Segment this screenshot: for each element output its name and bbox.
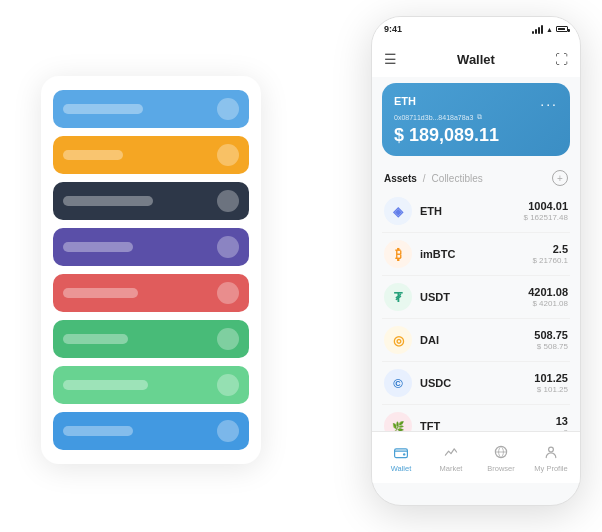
nav-browser-label: Browser <box>487 464 515 473</box>
add-asset-button[interactable]: + <box>552 170 568 186</box>
nav-browser[interactable]: Browser <box>476 442 526 473</box>
list-item[interactable] <box>53 228 249 266</box>
asset-imbtc[interactable]: ₿ imBTC 2.5 $ 21760.1 <box>382 233 570 276</box>
tft-balance: 13 <box>556 415 568 427</box>
list-item[interactable] <box>53 274 249 312</box>
phone-header: ☰ Wallet ⛶ <box>372 41 580 77</box>
tft-name: TFT <box>420 420 440 431</box>
usdt-balance: 4201.08 <box>528 286 568 298</box>
asset-tft[interactable]: 🌿 TFT 13 0 <box>382 405 570 431</box>
asset-list: ◈ ETH 1004.01 $ 162517.48 ₿ imBTC 2.5 <box>372 190 580 431</box>
asset-usdc[interactable]: © USDC 101.25 $ 101.25 <box>382 362 570 405</box>
list-item[interactable] <box>53 90 249 128</box>
nav-profile[interactable]: My Profile <box>526 442 576 473</box>
imbtc-name: imBTC <box>420 248 455 260</box>
list-item[interactable] <box>53 182 249 220</box>
eth-usd: $ 162517.48 <box>524 213 569 222</box>
svg-point-1 <box>403 453 405 455</box>
eth-amount: $ 189,089.11 <box>394 125 558 146</box>
eth-card-label: ETH <box>394 95 416 107</box>
usdt-usd: $ 4201.08 <box>528 299 568 308</box>
eth-icon: ◈ <box>384 197 412 225</box>
svg-rect-0 <box>395 449 408 458</box>
nav-market[interactable]: Market <box>426 442 476 473</box>
page-title: Wallet <box>457 52 495 67</box>
eth-name: ETH <box>420 205 442 217</box>
nav-wallet-label: Wallet <box>391 464 412 473</box>
signal-icon <box>532 25 543 34</box>
usdt-name: USDT <box>420 291 450 303</box>
nav-wallet[interactable]: Wallet <box>376 442 426 473</box>
status-icons: ▲ <box>532 25 568 34</box>
eth-card-menu[interactable]: ... <box>540 93 558 109</box>
imbtc-usd: $ 21760.1 <box>532 256 568 265</box>
status-time: 9:41 <box>384 24 402 34</box>
copy-icon[interactable]: ⧉ <box>477 113 482 121</box>
dai-icon: ◎ <box>384 326 412 354</box>
usdc-name: USDC <box>420 377 451 389</box>
main-scene: 9:41 ▲ ☰ Wallet ⛶ <box>21 16 581 516</box>
list-item[interactable] <box>53 366 249 404</box>
tab-assets[interactable]: Assets <box>384 173 417 184</box>
phone-frame: 9:41 ▲ ☰ Wallet ⛶ <box>371 16 581 506</box>
dai-usd: $ 508.75 <box>534 342 568 351</box>
dai-name: DAI <box>420 334 439 346</box>
asset-dai[interactable]: ◎ DAI 508.75 $ 508.75 <box>382 319 570 362</box>
usdc-balance: 101.25 <box>534 372 568 384</box>
bottom-nav: Wallet Market <box>372 431 580 483</box>
eth-card[interactable]: ETH ... 0x08711d3b...8418a78a3 ⧉ $ 189,0… <box>382 83 570 156</box>
wifi-icon: ▲ <box>546 26 553 33</box>
asset-usdt[interactable]: ₮ USDT 4201.08 $ 4201.08 <box>382 276 570 319</box>
tft-icon: 🌿 <box>384 412 412 431</box>
imbtc-icon: ₿ <box>384 240 412 268</box>
nav-profile-label: My Profile <box>534 464 567 473</box>
usdc-icon: © <box>384 369 412 397</box>
asset-eth[interactable]: ◈ ETH 1004.01 $ 162517.48 <box>382 190 570 233</box>
usdc-usd: $ 101.25 <box>534 385 568 394</box>
eth-balance: 1004.01 <box>524 200 569 212</box>
svg-point-3 <box>549 447 554 452</box>
list-item[interactable] <box>53 412 249 450</box>
scan-icon[interactable]: ⛶ <box>555 52 568 67</box>
tab-collectibles[interactable]: Collectibles <box>432 173 483 184</box>
usdt-icon: ₮ <box>384 283 412 311</box>
battery-icon <box>556 26 568 32</box>
nav-market-label: Market <box>440 464 463 473</box>
card-stack <box>41 76 261 464</box>
assets-header: Assets / Collectibles + <box>372 162 580 190</box>
list-item[interactable] <box>53 320 249 358</box>
list-item[interactable] <box>53 136 249 174</box>
menu-icon[interactable]: ☰ <box>384 51 397 67</box>
dai-balance: 508.75 <box>534 329 568 341</box>
imbtc-balance: 2.5 <box>532 243 568 255</box>
status-bar: 9:41 ▲ <box>372 17 580 41</box>
eth-address: 0x08711d3b...8418a78a3 ⧉ <box>394 113 558 121</box>
